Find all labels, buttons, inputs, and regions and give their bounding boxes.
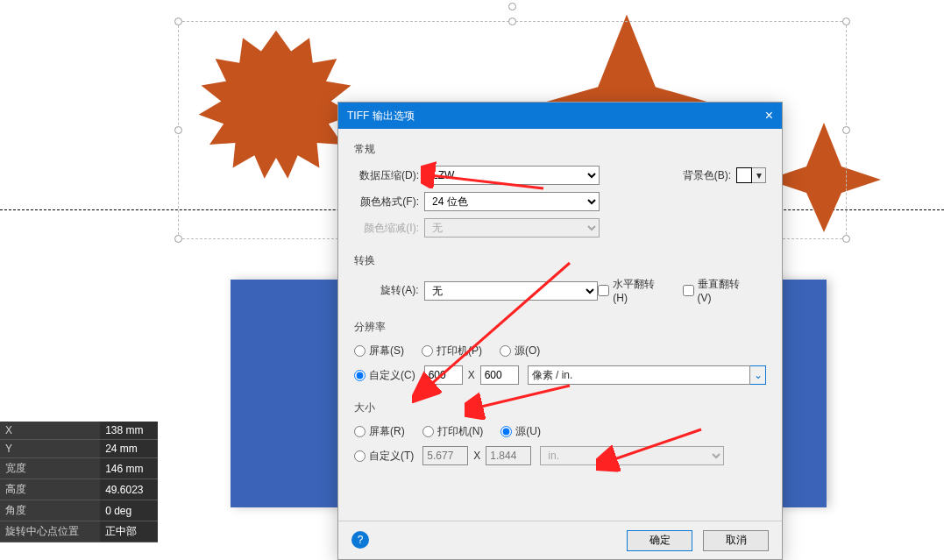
resize-handle[interactable] [842,126,850,134]
prop-key: 角度 [0,500,100,521]
res-source-radio[interactable]: 源(O) [500,344,540,358]
prop-value[interactable]: 49.6023 [100,479,158,500]
chevron-down-icon[interactable]: ⌄ [750,365,766,385]
resize-handle[interactable] [174,235,182,243]
prop-key: 高度 [0,479,100,500]
format-label: 颜色格式(F): [354,195,424,209]
prop-key: 宽度 [0,458,100,479]
prop-value[interactable]: 0 deg [100,500,158,521]
prop-value[interactable]: 正中部 [100,521,158,542]
size-screen-radio[interactable]: 屏幕(R) [354,424,405,439]
compress-label: 数据压缩(D): [354,168,424,183]
size-w-input [422,446,468,465]
resize-handle[interactable] [842,235,850,243]
dialog-title: TIFF 输出选项 [347,109,415,124]
compress-select[interactable]: LZW [424,166,600,185]
x-separator: X [468,369,475,381]
res-printer-radio[interactable]: 打印机(P) [422,344,482,358]
section-transform: 转换 [354,253,766,268]
prop-key: 旋转中心点位置 [0,521,100,542]
reduce-select: 无 [424,218,600,237]
x-separator: X [473,450,480,462]
flip-h-checkbox[interactable]: 水平翻转(H) [598,277,669,304]
properties-panel: X138 mmY24 mm宽度146 mm高度49.6023角度0 deg旋转中… [0,422,158,542]
ok-button[interactable]: 确定 [627,530,692,551]
res-y-input[interactable] [480,365,519,385]
cancel-button[interactable]: 取消 [703,530,769,551]
close-icon[interactable]: × [765,108,773,124]
size-custom-radio[interactable]: 自定义(T) [354,449,414,464]
section-general: 常规 [354,142,766,157]
tiff-export-dialog: TIFF 输出选项 × 常规 数据压缩(D): LZW 背景色(B): ▾ 颜色… [337,102,783,560]
format-select[interactable]: 24 位色 [424,192,600,211]
bg-label: 背景色(B): [683,168,736,183]
section-size: 大小 [354,401,766,415]
bg-color-swatch[interactable] [736,167,752,183]
rotate-handle[interactable] [508,3,516,11]
prop-value[interactable]: 138 mm [100,422,158,440]
res-custom-radio[interactable]: 自定义(C) [354,368,415,383]
res-x-input[interactable] [424,365,463,385]
resize-handle[interactable] [174,18,182,25]
flip-v-checkbox[interactable]: 垂直翻转(V) [683,277,754,304]
bg-color-dropdown[interactable]: ▾ [752,167,766,183]
size-printer-radio[interactable]: 打印机(N) [422,424,484,439]
res-unit-select[interactable]: 像素 / in. [528,365,750,385]
section-resolution: 分辨率 [354,320,766,335]
size-unit-select: in. [540,446,724,465]
prop-key: X [0,422,100,440]
res-screen-radio[interactable]: 屏幕(S) [354,344,404,358]
size-source-radio[interactable]: 源(U) [500,424,541,439]
prop-value[interactable]: 146 mm [100,458,158,479]
dialog-titlebar[interactable]: TIFF 输出选项 × [338,103,782,129]
rotate-label: 旋转(A): [354,283,424,298]
size-h-input [486,446,531,465]
resize-handle[interactable] [174,126,182,134]
resize-handle[interactable] [508,18,516,25]
prop-value[interactable]: 24 mm [100,440,158,458]
rotate-select[interactable]: 无 [424,281,599,301]
reduce-label: 颜色缩减(I): [354,221,424,236]
resize-handle[interactable] [842,18,850,25]
prop-key: Y [0,440,100,458]
